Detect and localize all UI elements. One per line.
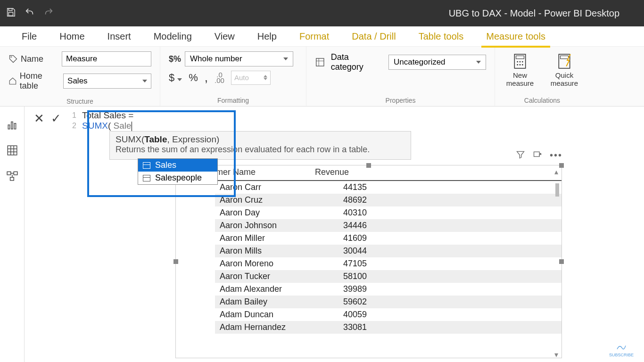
svg-rect-1 xyxy=(8,12,13,16)
resize-handle[interactable] xyxy=(173,259,178,264)
subscribe-watermark: SUBSCRIBE xyxy=(609,343,634,357)
cell-revenue: 41609 xyxy=(314,232,371,245)
data-category-label: Data category xyxy=(331,52,383,72)
chevron-down-icon xyxy=(283,58,288,60)
column-header[interactable]: mer Name xyxy=(215,165,314,180)
focus-mode-icon[interactable] xyxy=(533,150,542,162)
table-visual[interactable]: ••• mer Name Revenue Aaron Carr44135Aaro… xyxy=(175,165,562,358)
resize-handle[interactable] xyxy=(366,163,371,168)
svg-rect-0 xyxy=(8,8,12,11)
table-row[interactable]: Adam Bailey59602 xyxy=(215,296,561,308)
commit-formula-button[interactable]: ✓ xyxy=(51,111,61,126)
tab-measure-tools[interactable]: Measure tools xyxy=(475,27,557,46)
save-icon[interactable] xyxy=(6,7,16,19)
scroll-thumb[interactable] xyxy=(555,183,559,197)
svg-rect-18 xyxy=(14,123,16,129)
home-table-label: Home table xyxy=(8,71,58,91)
cancel-formula-button[interactable]: ✕ xyxy=(34,111,44,126)
view-switcher xyxy=(0,107,25,362)
measure-name-input[interactable] xyxy=(62,51,151,66)
svg-point-8 xyxy=(517,61,518,63)
spinner-arrows-icon[interactable] xyxy=(264,75,267,80)
table-row[interactable]: Aaron Johnson34446 xyxy=(215,219,561,232)
thousands-separator-button[interactable]: , xyxy=(205,70,208,85)
ribbon-group-formatting: $% Whole number $ % , .0.00 Auto Formatt… xyxy=(160,47,306,106)
decimal-places-spinner[interactable]: Auto xyxy=(231,71,271,85)
tab-modeling[interactable]: Modeling xyxy=(142,27,203,46)
redo-icon[interactable] xyxy=(43,7,54,19)
intellisense-item[interactable]: Sales xyxy=(138,159,217,172)
group-title-calculations: Calculations xyxy=(504,95,581,104)
currency-button[interactable]: $ xyxy=(169,72,182,84)
undo-icon[interactable] xyxy=(25,7,35,19)
tab-view[interactable]: View xyxy=(203,27,246,46)
typed-argument: Sale xyxy=(114,121,132,131)
cell-name: Aaron Carr xyxy=(215,181,314,194)
format-icon: $% xyxy=(169,54,181,64)
formula-text: Total Sales = xyxy=(82,110,133,121)
cell-revenue: 34446 xyxy=(314,219,371,232)
quick-measure-button[interactable]: Quick measure xyxy=(548,53,581,87)
filter-icon[interactable] xyxy=(516,150,525,162)
table-row[interactable]: Aaron Moreno47105 xyxy=(215,257,561,270)
tab-file[interactable]: File xyxy=(10,27,48,46)
table-row[interactable]: Adam Alexander39989 xyxy=(215,283,561,296)
cell-revenue: 58100 xyxy=(314,270,371,283)
tab-table-tools[interactable]: Table tools xyxy=(407,27,475,46)
svg-rect-7 xyxy=(516,56,524,58)
tab-help[interactable]: Help xyxy=(246,27,288,46)
data-view-icon[interactable] xyxy=(6,144,18,156)
svg-point-12 xyxy=(520,64,521,66)
formula-editor[interactable]: 1 Total Sales = 2 SUMX( Sale xyxy=(70,110,133,131)
table-icon xyxy=(143,162,150,169)
svg-rect-3 xyxy=(316,58,324,66)
percent-button[interactable]: % xyxy=(189,72,198,84)
table-row[interactable]: Aaron Day40310 xyxy=(215,206,561,219)
tooltip-signature: SUMX(Table, Expression) xyxy=(116,134,405,145)
table-row[interactable]: Aaron Miller41609 xyxy=(215,232,561,245)
svg-rect-26 xyxy=(10,177,14,181)
table-row[interactable]: Aaron Tucker58100 xyxy=(215,270,561,283)
table-row[interactable]: Adam Duncan40059 xyxy=(215,308,561,321)
scroll-down-icon[interactable]: ▾ xyxy=(554,350,560,356)
table-row[interactable]: Aaron Carr44135 xyxy=(215,181,561,194)
tab-insert[interactable]: Insert xyxy=(96,27,142,46)
new-measure-button[interactable]: New measure xyxy=(504,53,537,87)
intellisense-popup[interactable]: SalesSalespeople xyxy=(138,158,218,185)
cell-revenue: 59602 xyxy=(314,296,371,308)
tab-data-drill[interactable]: Data / Drill xyxy=(340,27,407,46)
tab-format[interactable]: Format xyxy=(288,27,340,46)
intellisense-item[interactable]: Salespeople xyxy=(138,172,217,184)
home-icon xyxy=(8,76,17,86)
tooltip-description: Returns the sum of an expression evaluat… xyxy=(116,145,405,155)
tab-home[interactable]: Home xyxy=(48,27,96,46)
format-dropdown[interactable]: Whole number xyxy=(185,51,293,66)
group-title-formatting: Formatting xyxy=(169,95,297,104)
svg-point-13 xyxy=(522,64,523,66)
svg-rect-15 xyxy=(561,56,569,58)
cell-revenue: 39989 xyxy=(314,283,371,296)
home-table-dropdown[interactable]: Sales xyxy=(63,74,151,89)
function-name: SUMX xyxy=(82,121,108,131)
visual-header-toolbar: ••• xyxy=(516,150,562,164)
cell-name: Adam Duncan xyxy=(215,308,314,321)
report-view-icon[interactable] xyxy=(6,119,18,131)
cell-name: Aaron Cruz xyxy=(215,194,314,206)
ribbon-group-calculations: New measure Quick measure Calculations xyxy=(495,47,589,106)
table-row[interactable]: Aaron Mills30044 xyxy=(215,245,561,257)
table-row[interactable]: Adam Hernandez33081 xyxy=(215,321,561,334)
model-view-icon[interactable] xyxy=(6,170,18,182)
scroll-up-icon[interactable]: ▴ xyxy=(554,167,560,173)
cell-name: Aaron Tucker xyxy=(215,270,314,283)
ribbon-body: Name Home table Sales Structure $% W xyxy=(0,46,644,107)
quick-access-toolbar xyxy=(6,7,54,19)
chevron-down-icon xyxy=(476,61,481,64)
more-options-icon[interactable]: ••• xyxy=(550,150,562,162)
ribbon-tabs: FileHomeInsertModelingViewHelpFormatData… xyxy=(0,26,644,46)
data-category-dropdown[interactable]: Uncategorized xyxy=(388,55,486,70)
table-row[interactable]: Aaron Cruz48692 xyxy=(215,194,561,206)
scrollbar[interactable]: ▴ ▾ xyxy=(554,167,561,356)
cell-name: Adam Bailey xyxy=(215,296,314,308)
ribbon-group-properties: Data category Uncategorized Properties xyxy=(306,47,495,106)
column-header[interactable]: Revenue xyxy=(314,165,371,180)
